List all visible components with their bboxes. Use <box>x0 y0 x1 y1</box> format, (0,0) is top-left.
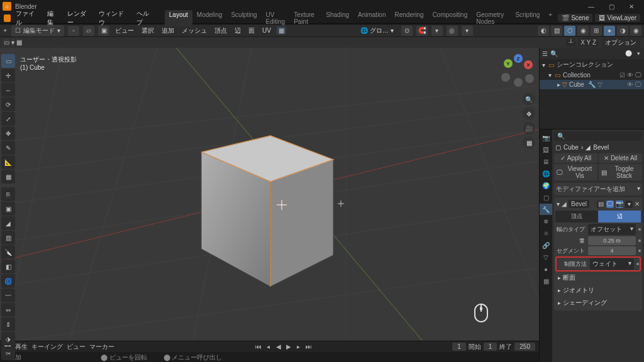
bc-obj[interactable]: Cube <box>564 144 579 151</box>
shading-matprev-icon[interactable]: ◑ <box>617 26 628 36</box>
xyz-overlay[interactable]: X Y Z <box>578 38 599 47</box>
end-frame[interactable]: 250 <box>514 343 535 351</box>
item-hide-icon[interactable]: 👁 <box>627 81 633 88</box>
proptab-render[interactable]: 📷 <box>540 132 552 143</box>
proptab-modifier[interactable]: 🔧 <box>540 204 552 215</box>
perspective-icon[interactable]: ▦ <box>523 136 535 149</box>
hdr-view[interactable]: ビュー <box>113 26 136 35</box>
outliner-type-icon[interactable]: ☰ <box>542 50 548 57</box>
amount-field[interactable]: 0.25 m <box>588 236 636 245</box>
tool-rotate[interactable]: ⟳ <box>1 97 15 111</box>
zoom-icon[interactable]: 🔍 <box>523 93 535 106</box>
mod-display-icon[interactable]: 🖵 <box>606 200 614 208</box>
menu-help[interactable]: ヘルプ <box>133 8 157 28</box>
section-shading[interactable]: ▸ シェーディング <box>555 297 641 309</box>
camera-icon[interactable]: 🎥 <box>523 122 535 134</box>
hdr-edge[interactable]: 辺 <box>233 26 243 35</box>
hide-icon[interactable]: 👁 <box>627 72 633 79</box>
proptab-object[interactable]: ▢ <box>540 192 552 203</box>
tool-bevel[interactable]: ◢ <box>1 216 15 230</box>
tool-spin[interactable]: 🌀 <box>1 274 15 288</box>
tab-geonodes[interactable]: Geometry Nodes <box>472 10 511 26</box>
tab-sculpting[interactable]: Sculpting <box>226 10 261 26</box>
menu-window[interactable]: ウィンドウ <box>95 8 131 28</box>
pivot-icon[interactable]: ⊙ <box>401 26 413 36</box>
tool-extrude[interactable]: ⎘ <box>1 187 15 201</box>
tab-uvediting[interactable]: UV Editing <box>262 10 290 26</box>
proptab-particles[interactable]: ❄ <box>540 216 552 227</box>
outliner-filter-dd-icon[interactable]: ▾ <box>634 49 643 58</box>
propedit-icon[interactable]: ◎ <box>447 26 458 36</box>
anim-dot-icon[interactable] <box>636 263 639 265</box>
select-tool-icon[interactable]: ▭ <box>4 39 9 46</box>
proptab-meshdata[interactable]: ▽ <box>540 251 552 263</box>
tab-shading[interactable]: Shading <box>321 10 353 26</box>
tab-scripting[interactable]: Scripting <box>511 10 544 26</box>
viewport-3d[interactable]: ユーザー・透視投影 (1) Cube ▭ ✛ ↔ ⟳ ⤢ ✥ ✎ 📐 ▦ ⎘ ▣… <box>0 48 539 362</box>
tool-smooth[interactable]: 〰 <box>1 288 15 302</box>
scene-collection-label[interactable]: シーンコレクション <box>557 60 613 69</box>
tool-loopcut[interactable]: ▥ <box>1 231 15 244</box>
hdr-face[interactable]: 面 <box>247 26 257 35</box>
pan-icon[interactable]: ✥ <box>523 107 535 120</box>
menu-render[interactable]: レンダー <box>64 8 94 28</box>
tl-marker[interactable]: マーカー <box>89 343 114 351</box>
section-profile[interactable]: ▸ 断面 <box>555 272 641 284</box>
uv-sync-icon[interactable]: ▦ <box>277 26 286 35</box>
jump-end-icon[interactable]: ⏭ <box>304 343 313 350</box>
viewport-vis-button[interactable]: 🖵Viewport Vis <box>554 164 597 180</box>
tab-compositing[interactable]: Compositing <box>428 10 472 26</box>
gizmo-toggle-icon[interactable]: ⬡ <box>564 26 575 36</box>
hdr-mesh[interactable]: メッシュ <box>180 26 209 35</box>
tool-shear[interactable]: ⬗ <box>1 332 15 346</box>
proptab-texture[interactable]: ▦ <box>540 275 552 287</box>
tool-shrink[interactable]: ⇕ <box>1 317 15 331</box>
tool-rip[interactable]: ✂ <box>1 346 15 360</box>
mod-delete-icon[interactable]: ✕ <box>635 200 640 207</box>
options-dropdown[interactable]: オプション <box>601 38 640 48</box>
proptab-material[interactable]: ● <box>540 263 552 275</box>
close-button[interactable]: ✕ <box>621 0 641 13</box>
tab-layout[interactable]: Layout <box>165 10 192 26</box>
shading-solid-icon[interactable]: ● <box>604 26 615 36</box>
outliner-filter-icon[interactable]: ⚪ <box>624 49 633 58</box>
tool-measure[interactable]: 📐 <box>1 155 15 169</box>
tl-view[interactable]: ビュー <box>67 343 86 351</box>
anim-dot-icon[interactable] <box>638 239 641 242</box>
mod-render-icon[interactable]: 📷 <box>616 200 623 208</box>
tab-texturepaint[interactable]: Texture Paint <box>289 10 321 26</box>
tool-transform[interactable]: ✥ <box>1 126 15 140</box>
play-rev-icon[interactable]: ◀ <box>274 343 283 350</box>
proptab-output[interactable]: 🖼 <box>540 144 552 155</box>
anim-dot-icon[interactable] <box>638 228 641 231</box>
orientation-dropdown[interactable]: 🌐 グロ… ▾ <box>357 26 397 36</box>
proptab-scene[interactable]: 🌐 <box>540 168 552 179</box>
add-modifier-dropdown[interactable]: モディファイアーを追加▾ <box>554 183 642 195</box>
hdr-add[interactable]: 追加 <box>160 26 176 35</box>
shading-wire-icon[interactable]: ⊞ <box>591 26 602 36</box>
start-frame[interactable]: 1 <box>484 343 497 351</box>
proptab-viewlayer[interactable]: 🖥 <box>540 156 552 167</box>
tab-add[interactable]: + <box>544 10 557 26</box>
bc-mod[interactable]: Bevel <box>593 144 609 151</box>
viewlayer-selector[interactable]: 🖼ViewLayer <box>595 14 640 22</box>
select-tool-dd-icon[interactable]: ▾ <box>11 39 14 46</box>
tool-polybuild[interactable]: ◧ <box>1 260 15 273</box>
tab-animation[interactable]: Animation <box>353 10 390 26</box>
tab-rendering[interactable]: Rendering <box>390 10 428 26</box>
tool-select[interactable]: ▭ <box>1 54 15 68</box>
tool-inset[interactable]: ▣ <box>1 202 15 216</box>
limit-method-dropdown[interactable]: ウェイト▾ <box>590 258 634 270</box>
select-face-icon[interactable]: ▣ <box>98 26 109 36</box>
tl-play[interactable]: 再生 <box>15 343 28 351</box>
collection-label[interactable]: Collection <box>563 72 591 79</box>
tool-cursor[interactable]: ✛ <box>1 69 15 82</box>
tool-scale[interactable]: ⤢ <box>1 112 15 126</box>
select-vertex-icon[interactable]: ▫ <box>68 26 79 36</box>
disable-icon[interactable]: 🖵 <box>635 72 641 79</box>
jump-start-icon[interactable]: ⏮ <box>254 343 263 350</box>
width-type-dropdown[interactable]: オフセット▾ <box>588 224 636 235</box>
mod-menu-icon[interactable]: ▾ <box>625 200 633 208</box>
tool-move[interactable]: ↔ <box>1 83 15 97</box>
hdr-uv[interactable]: UV <box>260 27 273 34</box>
